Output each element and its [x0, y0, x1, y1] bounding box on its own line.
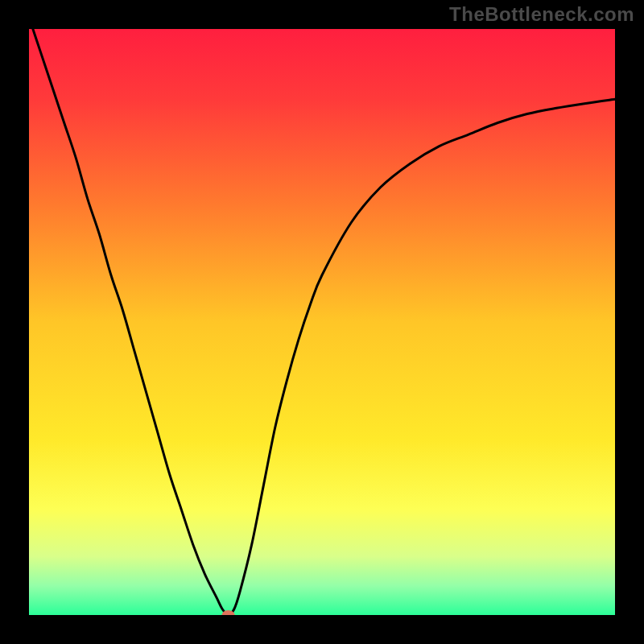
watermark-text: TheBottleneck.com: [449, 3, 634, 26]
bottleneck-chart: [29, 29, 615, 615]
plot-background: [29, 29, 615, 615]
chart-frame: TheBottleneck.com: [0, 0, 644, 644]
